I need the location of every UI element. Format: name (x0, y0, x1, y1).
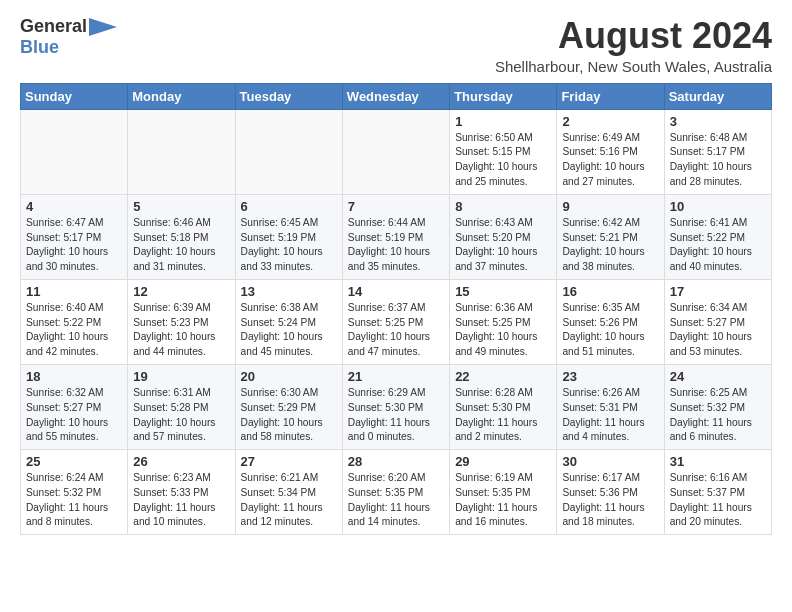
calendar-cell: 5Sunrise: 6:46 AMSunset: 5:18 PMDaylight… (128, 194, 235, 279)
calendar-cell: 28Sunrise: 6:20 AMSunset: 5:35 PMDayligh… (342, 450, 449, 535)
day-detail: Sunrise: 6:32 AMSunset: 5:27 PMDaylight:… (26, 386, 122, 445)
day-detail: Sunrise: 6:20 AMSunset: 5:35 PMDaylight:… (348, 471, 444, 530)
logo: General Blue (20, 16, 117, 58)
day-detail: Sunrise: 6:49 AMSunset: 5:16 PMDaylight:… (562, 131, 658, 190)
calendar-cell: 13Sunrise: 6:38 AMSunset: 5:24 PMDayligh… (235, 279, 342, 364)
day-detail: Sunrise: 6:43 AMSunset: 5:20 PMDaylight:… (455, 216, 551, 275)
day-detail: Sunrise: 6:50 AMSunset: 5:15 PMDaylight:… (455, 131, 551, 190)
weekday-header-monday: Monday (128, 83, 235, 109)
logo-general-text: General (20, 16, 87, 37)
day-number: 22 (455, 369, 551, 384)
calendar-cell: 30Sunrise: 6:17 AMSunset: 5:36 PMDayligh… (557, 450, 664, 535)
weekday-header-sunday: Sunday (21, 83, 128, 109)
calendar-cell: 22Sunrise: 6:28 AMSunset: 5:30 PMDayligh… (450, 364, 557, 449)
day-number: 8 (455, 199, 551, 214)
week-row-1: 1Sunrise: 6:50 AMSunset: 5:15 PMDaylight… (21, 109, 772, 194)
week-row-2: 4Sunrise: 6:47 AMSunset: 5:17 PMDaylight… (21, 194, 772, 279)
weekday-header-row: SundayMondayTuesdayWednesdayThursdayFrid… (21, 83, 772, 109)
calendar-cell: 24Sunrise: 6:25 AMSunset: 5:32 PMDayligh… (664, 364, 771, 449)
calendar-cell: 27Sunrise: 6:21 AMSunset: 5:34 PMDayligh… (235, 450, 342, 535)
calendar-cell: 23Sunrise: 6:26 AMSunset: 5:31 PMDayligh… (557, 364, 664, 449)
day-number: 10 (670, 199, 766, 214)
day-number: 12 (133, 284, 229, 299)
day-detail: Sunrise: 6:26 AMSunset: 5:31 PMDaylight:… (562, 386, 658, 445)
day-detail: Sunrise: 6:31 AMSunset: 5:28 PMDaylight:… (133, 386, 229, 445)
calendar-cell (235, 109, 342, 194)
day-detail: Sunrise: 6:29 AMSunset: 5:30 PMDaylight:… (348, 386, 444, 445)
day-number: 27 (241, 454, 337, 469)
day-number: 18 (26, 369, 122, 384)
calendar-cell: 25Sunrise: 6:24 AMSunset: 5:32 PMDayligh… (21, 450, 128, 535)
day-detail: Sunrise: 6:45 AMSunset: 5:19 PMDaylight:… (241, 216, 337, 275)
calendar-cell: 4Sunrise: 6:47 AMSunset: 5:17 PMDaylight… (21, 194, 128, 279)
day-number: 26 (133, 454, 229, 469)
day-detail: Sunrise: 6:41 AMSunset: 5:22 PMDaylight:… (670, 216, 766, 275)
logo-blue-text: Blue (20, 37, 59, 58)
day-detail: Sunrise: 6:35 AMSunset: 5:26 PMDaylight:… (562, 301, 658, 360)
calendar-cell: 16Sunrise: 6:35 AMSunset: 5:26 PMDayligh… (557, 279, 664, 364)
day-number: 15 (455, 284, 551, 299)
day-number: 29 (455, 454, 551, 469)
day-detail: Sunrise: 6:46 AMSunset: 5:18 PMDaylight:… (133, 216, 229, 275)
calendar-cell: 2Sunrise: 6:49 AMSunset: 5:16 PMDaylight… (557, 109, 664, 194)
calendar-cell (128, 109, 235, 194)
title-area: August 2024 Shellharbour, New South Wale… (495, 16, 772, 75)
calendar-cell: 10Sunrise: 6:41 AMSunset: 5:22 PMDayligh… (664, 194, 771, 279)
week-row-4: 18Sunrise: 6:32 AMSunset: 5:27 PMDayligh… (21, 364, 772, 449)
day-detail: Sunrise: 6:38 AMSunset: 5:24 PMDaylight:… (241, 301, 337, 360)
day-number: 16 (562, 284, 658, 299)
day-detail: Sunrise: 6:21 AMSunset: 5:34 PMDaylight:… (241, 471, 337, 530)
day-number: 21 (348, 369, 444, 384)
weekday-header-wednesday: Wednesday (342, 83, 449, 109)
calendar-cell: 7Sunrise: 6:44 AMSunset: 5:19 PMDaylight… (342, 194, 449, 279)
day-detail: Sunrise: 6:44 AMSunset: 5:19 PMDaylight:… (348, 216, 444, 275)
calendar-cell: 18Sunrise: 6:32 AMSunset: 5:27 PMDayligh… (21, 364, 128, 449)
day-number: 13 (241, 284, 337, 299)
calendar-cell: 9Sunrise: 6:42 AMSunset: 5:21 PMDaylight… (557, 194, 664, 279)
day-number: 28 (348, 454, 444, 469)
calendar-cell: 17Sunrise: 6:34 AMSunset: 5:27 PMDayligh… (664, 279, 771, 364)
calendar-cell: 1Sunrise: 6:50 AMSunset: 5:15 PMDaylight… (450, 109, 557, 194)
day-detail: Sunrise: 6:28 AMSunset: 5:30 PMDaylight:… (455, 386, 551, 445)
day-detail: Sunrise: 6:34 AMSunset: 5:27 PMDaylight:… (670, 301, 766, 360)
day-detail: Sunrise: 6:36 AMSunset: 5:25 PMDaylight:… (455, 301, 551, 360)
day-detail: Sunrise: 6:24 AMSunset: 5:32 PMDaylight:… (26, 471, 122, 530)
calendar-cell: 6Sunrise: 6:45 AMSunset: 5:19 PMDaylight… (235, 194, 342, 279)
location: Shellharbour, New South Wales, Australia (495, 58, 772, 75)
weekday-header-saturday: Saturday (664, 83, 771, 109)
day-number: 23 (562, 369, 658, 384)
day-detail: Sunrise: 6:37 AMSunset: 5:25 PMDaylight:… (348, 301, 444, 360)
day-number: 25 (26, 454, 122, 469)
weekday-header-thursday: Thursday (450, 83, 557, 109)
day-number: 24 (670, 369, 766, 384)
day-number: 11 (26, 284, 122, 299)
day-detail: Sunrise: 6:47 AMSunset: 5:17 PMDaylight:… (26, 216, 122, 275)
day-detail: Sunrise: 6:48 AMSunset: 5:17 PMDaylight:… (670, 131, 766, 190)
calendar-cell: 12Sunrise: 6:39 AMSunset: 5:23 PMDayligh… (128, 279, 235, 364)
day-detail: Sunrise: 6:23 AMSunset: 5:33 PMDaylight:… (133, 471, 229, 530)
day-number: 30 (562, 454, 658, 469)
day-detail: Sunrise: 6:17 AMSunset: 5:36 PMDaylight:… (562, 471, 658, 530)
day-detail: Sunrise: 6:40 AMSunset: 5:22 PMDaylight:… (26, 301, 122, 360)
logo-flag-icon (89, 18, 117, 36)
day-number: 17 (670, 284, 766, 299)
week-row-3: 11Sunrise: 6:40 AMSunset: 5:22 PMDayligh… (21, 279, 772, 364)
calendar-table: SundayMondayTuesdayWednesdayThursdayFrid… (20, 83, 772, 536)
day-number: 7 (348, 199, 444, 214)
month-year: August 2024 (495, 16, 772, 56)
calendar-cell: 3Sunrise: 6:48 AMSunset: 5:17 PMDaylight… (664, 109, 771, 194)
weekday-header-tuesday: Tuesday (235, 83, 342, 109)
day-number: 14 (348, 284, 444, 299)
calendar-cell (342, 109, 449, 194)
calendar-cell: 8Sunrise: 6:43 AMSunset: 5:20 PMDaylight… (450, 194, 557, 279)
header: General Blue August 2024 Shellharbour, N… (20, 16, 772, 75)
calendar-cell: 15Sunrise: 6:36 AMSunset: 5:25 PMDayligh… (450, 279, 557, 364)
day-number: 4 (26, 199, 122, 214)
calendar-cell: 20Sunrise: 6:30 AMSunset: 5:29 PMDayligh… (235, 364, 342, 449)
svg-marker-0 (89, 18, 117, 36)
day-number: 20 (241, 369, 337, 384)
day-detail: Sunrise: 6:19 AMSunset: 5:35 PMDaylight:… (455, 471, 551, 530)
day-detail: Sunrise: 6:30 AMSunset: 5:29 PMDaylight:… (241, 386, 337, 445)
day-number: 1 (455, 114, 551, 129)
day-detail: Sunrise: 6:16 AMSunset: 5:37 PMDaylight:… (670, 471, 766, 530)
